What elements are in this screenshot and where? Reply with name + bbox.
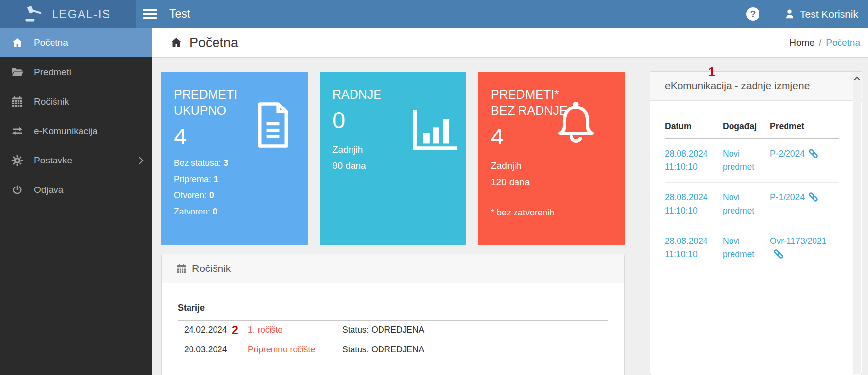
sidebar-item-rocisnik[interactable]: Ročišnik — [0, 87, 152, 116]
power-icon — [10, 185, 25, 195]
column-header-datum: Datum — [665, 113, 723, 139]
table-header-row: Datum Događaj Predmet — [665, 113, 839, 139]
document-icon — [252, 101, 294, 149]
sidebar-item-pocetna[interactable]: Početna — [0, 28, 152, 57]
case-cell: P-2/2024 — [770, 139, 839, 183]
sidebar-toggle-button[interactable] — [143, 9, 157, 19]
top-navbar: LEGAL-IS Test ? Test Korisnik — [0, 0, 868, 28]
event-type: Novi predmet — [723, 226, 770, 270]
hearing-date: 24.02.2024 — [184, 325, 248, 335]
hearing-row: 20.03.2024 Pripremno ročište Status: ODR… — [178, 340, 608, 359]
event-type: Novi predmet — [723, 183, 770, 226]
case-cell: P-1/2024 — [770, 183, 839, 226]
table-row: 28.08.2024 11:10:10 Novi predmet P-1/202… — [665, 183, 839, 226]
home-icon — [10, 37, 25, 49]
sidebar-item-odjava[interactable]: Odjava — [0, 175, 152, 205]
case-link[interactable]: Ovr-1173/2021 — [770, 236, 826, 246]
section-heading: Starije — [178, 296, 608, 321]
link-icon[interactable] — [808, 192, 818, 202]
user-menu[interactable]: Test Korisnik — [784, 8, 858, 20]
rocisnik-panel-title: Ročišnik — [192, 263, 231, 274]
card-title: RADNJE — [332, 86, 454, 103]
card-predmeti-bez-radnje: PREDMETI* BEZ RADNJE 4 Zadnjih 120 dana … — [478, 72, 625, 245]
bell-icon — [551, 99, 600, 148]
column-header-predmet: Predmet — [770, 113, 839, 139]
breadcrumb: Home / Početna — [789, 37, 860, 48]
event-datetime: 28.08.2024 11:10:10 — [665, 226, 723, 270]
scroll-up-icon[interactable] — [854, 76, 860, 80]
event-datetime: 28.08.2024 11:10:10 — [665, 183, 723, 226]
breadcrumb-current-link[interactable]: Početna — [826, 37, 860, 48]
sidebar-item-predmeti[interactable]: Predmeti — [0, 57, 152, 87]
help-button[interactable]: ? — [746, 7, 760, 21]
ekomunikacija-panel: eKomunikacija - zadnje izmjene Datum Dog… — [650, 71, 862, 375]
ekomunikacija-panel-header: eKomunikacija - zadnje izmjene — [650, 72, 862, 101]
detail-line: Priprema: 1 — [174, 171, 295, 188]
ekomunikacija-body: Datum Događaj Predmet 28.08.2024 11:10:1… — [650, 101, 862, 269]
case-cell: Ovr-1173/2021 — [770, 226, 839, 270]
home-icon — [169, 36, 183, 49]
rocisnik-body: Starije 24.02.2024 1. ročište Status: OD… — [162, 283, 624, 359]
user-name: Test Korisnik — [800, 8, 858, 20]
card-radnje: RADNJE 0 Zadnjih 90 dana — [320, 72, 466, 245]
annotation-marker-1: 1 — [708, 65, 715, 79]
event-type: Novi predmet — [723, 139, 770, 183]
detail-line: Bez statusa: 3 — [174, 155, 295, 171]
sidebar-item-label: Predmeti — [34, 67, 71, 78]
page-title: Početna — [169, 35, 238, 51]
topbar-main: Test ? Test Korisnik — [136, 0, 868, 28]
sidebar-item-label: Odjava — [34, 185, 63, 195]
link-icon[interactable] — [808, 148, 818, 159]
rocisnik-panel: Ročišnik Starije 24.02.2024 1. ročište S… — [161, 254, 625, 375]
card-predmeti-ukupno: PREDMETI UKUPNO 4 Bez statusa: 3 Priprem… — [161, 72, 308, 245]
page-title-text: Početna — [190, 35, 238, 51]
gavel-icon — [25, 5, 45, 24]
ekomunikacija-panel-title: eKomunikacija - zadnje izmjene — [665, 80, 810, 92]
annotation-marker-2: 2 — [232, 324, 238, 337]
topbar-right: ? Test Korisnik — [746, 7, 858, 21]
sidebar-item-label: e-Komunikacija — [34, 126, 98, 136]
hearing-link[interactable]: Pripremno ročište — [248, 345, 342, 355]
rocisnik-panel-header: Ročišnik — [162, 254, 624, 283]
table-row: 28.08.2024 11:10:10 Novi predmet Ovr-117… — [665, 226, 839, 270]
page-header: Početna Home / Početna — [152, 28, 868, 58]
hearing-row: 24.02.2024 1. ročište Status: ODREDJENA — [178, 321, 608, 340]
column-header-dogadjaj: Događaj — [723, 113, 770, 139]
brand-name: LEGAL-IS — [52, 7, 110, 21]
panel-scrollbar[interactable] — [853, 72, 861, 374]
hearing-date: 20.03.2024 — [184, 345, 248, 355]
breadcrumb-separator: / — [819, 37, 821, 48]
card-details: Bez statusa: 3 Priprema: 1 Otvoren: 0 Za… — [174, 155, 295, 220]
calendar-icon — [10, 96, 25, 107]
ekomunikacija-table: Datum Događaj Predmet 28.08.2024 11:10:1… — [665, 113, 839, 269]
chevron-right-icon — [138, 156, 144, 165]
exchange-icon — [10, 125, 25, 137]
app-title: Test — [169, 7, 190, 21]
link-icon[interactable] — [773, 249, 784, 259]
card-subtitle: Zadnjih 120 dana — [491, 158, 612, 190]
table-row: 28.08.2024 11:10:10 Novi predmet P-2/202… — [665, 139, 839, 183]
sidebar-item-label: Ročišnik — [34, 96, 69, 107]
detail-line: Otvoren: 0 — [174, 188, 295, 204]
sidebar-item-postavke[interactable]: Postavke — [0, 146, 152, 175]
sidebar-item-label: Početna — [34, 37, 68, 48]
sidebar-item-e-komunikacija[interactable]: e-Komunikacija — [0, 116, 152, 146]
hearing-status: Status: ODREDJENA — [342, 325, 424, 335]
sidebar: Početna Predmeti — [0, 28, 152, 375]
bar-chart-icon — [407, 109, 459, 154]
breadcrumb-home-link[interactable]: Home — [789, 37, 814, 48]
event-datetime: 28.08.2024 11:10:10 — [665, 139, 723, 183]
user-icon — [784, 8, 795, 20]
brand-logo[interactable]: LEGAL-IS — [0, 0, 136, 28]
sidebar-item-label: Postavke — [34, 155, 72, 166]
folder-open-icon — [10, 67, 25, 78]
gear-icon — [10, 155, 25, 166]
detail-line: Zatvoren: 0 — [174, 204, 295, 220]
hearing-status: Status: ODREDJENA — [342, 345, 424, 355]
case-link[interactable]: P-2/2024 — [770, 149, 805, 159]
card-footnote: * bez zatvorenih — [491, 208, 554, 218]
calendar-icon — [176, 264, 187, 274]
case-link[interactable]: P-1/2024 — [770, 192, 805, 202]
hearing-link[interactable]: 1. ročište — [248, 325, 342, 335]
question-mark-icon: ? — [750, 9, 756, 20]
